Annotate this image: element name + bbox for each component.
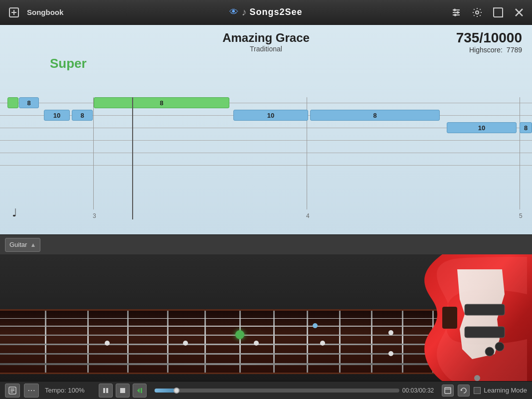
topbar-right [449, 5, 526, 19]
svg-rect-14 [465, 327, 505, 338]
note-bar: 8 [520, 122, 532, 133]
notes-view-button[interactable] [5, 384, 20, 398]
note-bar: 10 [233, 110, 308, 121]
score-area: Amazing Grace Traditional 735/10000 High… [0, 25, 532, 234]
svg-rect-23 [103, 388, 105, 393]
mixer-icon[interactable] [449, 5, 463, 19]
fret-dot [254, 341, 259, 346]
hint-dot [313, 323, 318, 328]
note-bar: 8 [72, 110, 93, 121]
guitar-string-5 [0, 353, 482, 355]
guitar-string-6 [0, 363, 482, 365]
bottombar: ⋯ Tempo: 100% 00:03/00: [0, 381, 532, 399]
tempo-display: Tempo: 100% [45, 387, 85, 394]
playhead [132, 97, 133, 219]
active-note-dot [235, 330, 244, 339]
instrument-select[interactable]: Guitar ▲ [5, 238, 40, 252]
svg-point-6 [454, 8, 456, 11]
note-bar: 10 [44, 110, 70, 121]
svg-rect-24 [106, 388, 108, 393]
note-bar: 8 [310, 110, 440, 121]
pause-button[interactable] [99, 384, 113, 398]
measure-label: 5 [519, 212, 523, 219]
string-line-6 [0, 165, 532, 166]
music-note-icon: ♩ [12, 206, 17, 219]
learning-mode-label[interactable]: Learning Mode [484, 387, 527, 394]
score-value: 735/10000 [456, 30, 522, 46]
progress-area: 00:03/00:32 [155, 387, 434, 394]
time-display: 00:03/00:32 [402, 387, 434, 394]
tab-area[interactable]: 8 8 10 8 10 8 10 8 3 4 5 [0, 97, 532, 219]
string-line-5 [0, 153, 532, 153]
refresh-button[interactable] [458, 385, 470, 397]
guitar-neck [0, 309, 482, 374]
song-title: Amazing Grace [222, 31, 310, 45]
learning-mode-area: Learning Mode [474, 387, 527, 394]
string-line-1 [0, 103, 532, 103]
svg-rect-10 [494, 8, 503, 17]
highscore-label: Highscore: [469, 46, 503, 54]
song-info: Amazing Grace Traditional [222, 31, 310, 53]
guitar-area [0, 254, 532, 381]
string-line-4 [0, 140, 532, 141]
highscore-value: 7789 [507, 46, 522, 54]
svg-point-17 [474, 375, 480, 381]
instrument-name: Guitar [9, 241, 27, 248]
logo-text: Songs2See [249, 7, 302, 17]
fret-dot [105, 341, 110, 346]
fret-dot [388, 351, 393, 356]
note-bar: 8 [19, 97, 39, 108]
learning-mode-checkbox[interactable] [474, 387, 481, 394]
guitar-string-4 [0, 344, 482, 345]
fret-dot [388, 330, 393, 335]
stop-button[interactable] [116, 384, 130, 398]
measure-line [93, 97, 94, 209]
note-bar: 10 [447, 122, 517, 133]
add-songbook-button[interactable] [6, 4, 22, 20]
logo-area: 👁 ♪ Songs2See [229, 6, 302, 18]
guitar-string-1 [0, 318, 482, 319]
window-button[interactable] [442, 385, 454, 397]
svg-point-16 [485, 347, 494, 356]
note-bar [7, 97, 18, 108]
chevron-down-icon: ▲ [30, 241, 36, 248]
svg-point-9 [476, 11, 479, 14]
progress-bar[interactable] [155, 389, 399, 393]
right-controls: Learning Mode [442, 385, 527, 397]
svg-point-15 [495, 342, 504, 351]
measure-label: 3 [93, 212, 96, 219]
score-display: 735/10000 Highscore: 7789 [456, 30, 522, 54]
note-bar: 8 [94, 97, 229, 108]
playback-controls [99, 384, 147, 398]
dots-view-button[interactable]: ⋯ [24, 384, 39, 398]
fret-dot [320, 341, 325, 346]
guitar-string-2 [0, 326, 482, 327]
topbar: Songbook 👁 ♪ Songs2See [0, 0, 532, 25]
svg-rect-18 [442, 307, 457, 329]
svg-rect-27 [141, 388, 142, 393]
svg-point-7 [457, 11, 459, 13]
loop-start-button[interactable] [133, 384, 147, 398]
resize-icon[interactable] [491, 5, 505, 19]
instrument-bar: Guitar ▲ [0, 234, 532, 254]
svg-rect-13 [465, 304, 505, 315]
svg-rect-25 [120, 388, 125, 393]
measure-label: 4 [306, 212, 310, 219]
highscore-line: Highscore: 7789 [456, 46, 522, 54]
song-artist: Traditional [222, 45, 310, 53]
svg-marker-26 [137, 388, 140, 393]
fret-dot [183, 341, 188, 346]
close-icon[interactable] [512, 5, 526, 19]
svg-point-8 [454, 13, 457, 16]
songbook-label: Songbook [27, 8, 63, 16]
settings-icon[interactable] [470, 5, 484, 19]
super-label: Super [50, 56, 87, 71]
progress-handle[interactable] [174, 388, 179, 394]
svg-rect-28 [445, 388, 451, 394]
topbar-left: Songbook [6, 4, 63, 20]
measure-line [520, 97, 520, 209]
guitar-body-svg [422, 254, 532, 381]
